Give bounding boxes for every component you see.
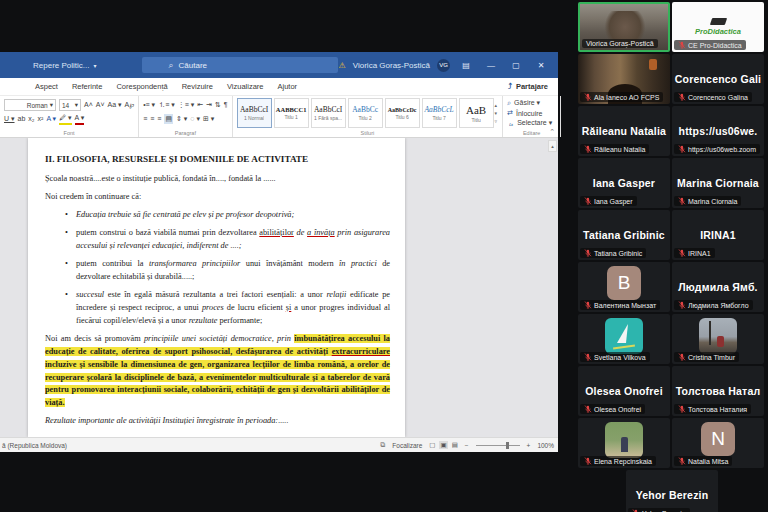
font-size-select[interactable]: 14▾ <box>59 99 81 111</box>
participant-tile[interactable]: Tatiana GribinicTatiana Gribinic <box>578 210 670 260</box>
align-icon-5[interactable]: ⇕ ▾ <box>176 114 187 124</box>
editing-item-înlocuire[interactable]: ⇄Înlocuire <box>507 108 552 118</box>
participant-tile[interactable]: Толстова НаталТолстова Наталия <box>672 366 764 416</box>
list-icon-7[interactable]: ¶ <box>224 100 228 110</box>
editing-item-label: Găsire ▾ <box>514 99 540 107</box>
font-fx-icon-3[interactable]: x₂ <box>28 114 34 124</box>
list-icon-4[interactable]: ⇤ <box>197 100 203 110</box>
search-box[interactable]: ⌕ Căutare <box>142 57 338 73</box>
doc-text-segment: principiile unei societăți democratice, … <box>144 334 294 343</box>
participant-label-text: Iana Gasper <box>594 198 633 205</box>
collapse-ribbon-icon[interactable]: ⌃ <box>549 128 555 136</box>
font-icon-3[interactable]: Aa ▾ <box>108 100 122 110</box>
align-icon-4[interactable]: ▤ <box>164 114 173 124</box>
close-button[interactable]: ✕ <box>532 61 550 70</box>
participant-label: Людмила Ямбогло <box>674 300 753 310</box>
doc-bullet: succesul este în egală măsură rezultanta… <box>67 289 390 328</box>
font-name-value: Roman <box>27 102 48 109</box>
editing-item-selectare[interactable]: ⭟Selectare ▾ <box>507 118 552 128</box>
ribbon-tab-vizualizare[interactable]: Vizualizare <box>227 82 264 91</box>
font-icon-1[interactable]: A˄ <box>84 100 93 110</box>
zoom-out-button[interactable]: − <box>465 442 469 449</box>
ribbon-tab-revizuire[interactable]: Revizuire <box>182 82 213 91</box>
align-icon-7[interactable]: ⊞ ▾ <box>203 114 214 124</box>
participant-label: Толстова Наталия <box>674 404 751 414</box>
participant-tile[interactable]: Răileanu NataliaRăileanu Natalia <box>578 106 670 156</box>
ribbon-tab-corespondență[interactable]: Corespondență <box>116 82 167 91</box>
style-card-titlu-6[interactable]: AaBbCcDcTitlu 6 <box>385 98 420 128</box>
scroll-up-icon[interactable]: ▴ <box>551 143 554 149</box>
align-icon-1[interactable]: ≡ <box>143 114 147 124</box>
ribbon-tab-referinte[interactable]: Referinte <box>72 82 102 91</box>
font-icon-2[interactable]: A˅ <box>96 100 105 110</box>
participant-tile[interactable]: Людмила Ямб.Людмила Ямбогло <box>672 262 764 312</box>
zoom-slider-thumb[interactable] <box>506 442 509 449</box>
participant-tile[interactable]: Yehor BerezinYehor Berezin <box>626 470 718 512</box>
account-name[interactable]: Viorica Goraș-Postică <box>353 61 430 70</box>
style-preview: AaBbCcDc <box>388 107 417 113</box>
maximize-button[interactable]: ▢ <box>507 61 525 70</box>
participant-tile[interactable]: Iana GasperIana Gasper <box>578 158 670 208</box>
zoom-in-button[interactable]: + <box>527 442 531 449</box>
print-layout-icon[interactable]: ▣ <box>439 441 447 449</box>
editing-item-icon: ⇄ <box>507 109 513 117</box>
participant-tile[interactable]: Svetlana Vilkova <box>578 314 670 364</box>
focus-button[interactable]: Focalizare <box>392 442 422 449</box>
font-fx-icon-4[interactable]: x² <box>38 114 44 124</box>
participant-tile[interactable]: ВВалентина Мынзат <box>578 262 670 312</box>
style-card-1-fără-spa...[interactable]: AaBbCcI1 Fără spa... <box>311 98 346 128</box>
ribbon-tab-aspect[interactable]: Aspect <box>35 82 58 91</box>
list-icon-1[interactable]: •≡ ▾ <box>143 100 155 110</box>
participant-tile[interactable]: ProDidacticaCE Pro-Didactica <box>672 2 764 52</box>
participant-tile[interactable]: NNatalia Mitsa <box>672 418 764 468</box>
participant-tile[interactable]: Corencenco GaliCorencenco Galina <box>672 54 764 104</box>
language-status[interactable]: ă (Republica Moldova) <box>2 442 67 449</box>
font-fx-icon-7[interactable]: A ▾ <box>75 113 85 125</box>
share-button[interactable]: ⤴ Partajare <box>508 82 548 91</box>
document-page[interactable]: II. FILOSOFIA, RESURSELE ȘI DOMENIILE DE… <box>28 138 405 437</box>
participant-tile[interactable]: https://us06we.https://us06web.zoom <box>672 106 764 156</box>
vertical-scrollbar[interactable]: ▴ <box>548 140 557 152</box>
participant-tile[interactable]: Ala Ianeco AO FCPS <box>578 54 670 104</box>
view-mode-icons[interactable]: ▢▣▤ <box>429 441 457 449</box>
participant-tile[interactable]: Olesea OnofreiOlesea Onofrei <box>578 366 670 416</box>
align-icon-6[interactable]: ◌ ▾ <box>190 114 200 124</box>
participant-tile[interactable]: IRINA1IRINA1 <box>672 210 764 260</box>
font-icon-4[interactable]: A℘ <box>125 100 135 110</box>
style-card-titlu-7[interactable]: AaBbCcLTitlu 7 <box>422 98 457 128</box>
minimize-button[interactable]: — <box>482 61 500 70</box>
muted-mic-icon <box>584 93 592 101</box>
style-card-1-normal[interactable]: AaBbCcI1 Normal <box>237 98 272 128</box>
account-avatar-badge[interactable]: VG <box>437 59 450 72</box>
participant-tile[interactable]: Elena Repcinskaia <box>578 418 670 468</box>
font-fx-icon-5[interactable]: A ▾ <box>46 114 56 124</box>
web-layout-icon[interactable]: ▤ <box>452 441 458 449</box>
list-icon-5[interactable]: ⇥ <box>206 100 212 110</box>
list-icon-3[interactable]: ⋮≡ ▾ <box>178 100 195 110</box>
zoom-value[interactable]: 100% <box>537 442 554 449</box>
align-icon-3[interactable]: ≡ <box>157 114 161 124</box>
zoom-slider[interactable] <box>476 445 520 446</box>
ribbon-tab-ajutor[interactable]: Ajutor <box>278 82 298 91</box>
font-fx-icon-1[interactable]: U ▾ <box>4 114 15 124</box>
document-tab[interactable]: Repere Politic... ▾ <box>33 61 96 70</box>
participant-display-name: https://us06we. <box>672 125 764 137</box>
ribbon-display-options-icon[interactable]: ▤ <box>457 61 475 70</box>
style-card-titlu[interactable]: AaBTitlu <box>459 98 494 128</box>
editing-item-găsire[interactable]: ⌕Găsire ▾ <box>507 98 552 108</box>
participant-tile[interactable]: Marina CiornaiaMarina Ciornaia <box>672 158 764 208</box>
participant-tile[interactable]: Viorica Goraș-Postică <box>578 2 670 52</box>
doc-para: Noi am decis să promovăm principiile une… <box>45 333 390 411</box>
muted-mic-icon <box>584 145 592 153</box>
style-card-titlu-2[interactable]: AaBbCcTitlu 2 <box>348 98 383 128</box>
align-icon-2[interactable]: ≡ <box>150 114 154 124</box>
font-fx-icon-6[interactable]: 🖉 ▾ <box>59 113 71 125</box>
participant-tile[interactable]: Cristina Timbur <box>672 314 764 364</box>
list-icon-2[interactable]: ⒈≡ ▾ <box>158 100 175 110</box>
read-mode-icon[interactable]: ▢ <box>429 441 435 449</box>
font-fx-icon-2[interactable]: ab <box>18 114 26 124</box>
style-card-titlu-1[interactable]: AABBCC1Titlu 1 <box>274 98 309 128</box>
styles-gallery-scroll[interactable]: ▴▾▿ <box>494 98 499 128</box>
list-icon-6[interactable]: ⇅ <box>215 100 221 110</box>
font-name-select[interactable]: Roman▾ <box>4 99 56 111</box>
